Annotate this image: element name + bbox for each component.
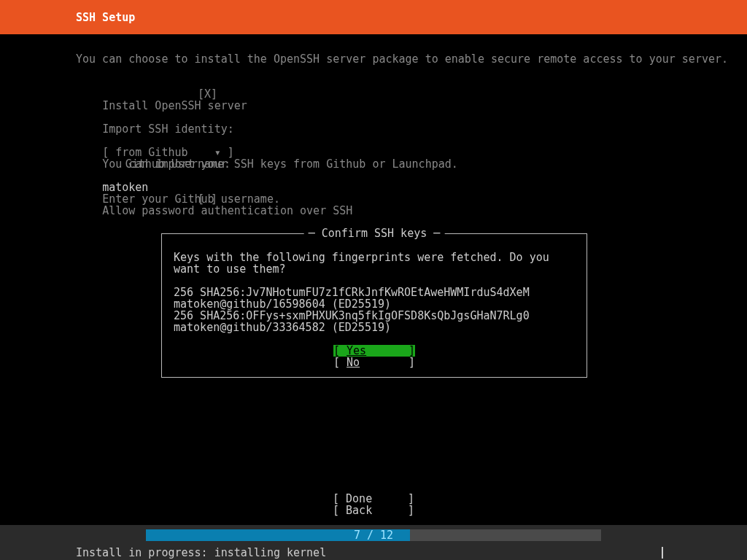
cursor-icon bbox=[659, 547, 665, 559]
done-button[interactable]: [ Done ] bbox=[333, 493, 414, 505]
confirm-ssh-keys-dialog: ─ Confirm SSH keys ─ Keys with the follo… bbox=[161, 233, 587, 378]
allow-password-label: Allow password authentication over SSH bbox=[102, 205, 352, 217]
install-openssh-label: Install OpenSSH server bbox=[102, 100, 247, 112]
page-title: SSH Setup bbox=[76, 12, 135, 23]
import-identity-label: Import SSH identity: bbox=[102, 123, 231, 135]
fingerprint-line: matoken@github/16598604 (ED25519) bbox=[174, 298, 575, 310]
fingerprint-line: 256 SHA256:Jv7NHotumFU7z1fCRkJnfKwROEtAw… bbox=[174, 287, 575, 298]
github-username-label: Github Username: bbox=[102, 158, 231, 170]
back-button[interactable]: [ Back ] bbox=[333, 505, 414, 516]
dialog-message: Keys with the following fingerprints wer… bbox=[174, 252, 575, 275]
installer-body: You can choose to install the OpenSSH se… bbox=[0, 34, 747, 525]
progress-text: 7 / 12 bbox=[146, 529, 601, 541]
bottom-nav: [ Done ] [ Back ] bbox=[0, 493, 747, 516]
yes-button[interactable]: [ Yes ] bbox=[333, 345, 415, 357]
import-identity-select[interactable]: [ from Github ▾ ] bbox=[102, 147, 234, 158]
fingerprint-line: 256 SHA256:OFFys+sxmPHXUK3nq5fkIgOFSD8Ks… bbox=[174, 310, 575, 322]
installer-header: SSH Setup bbox=[0, 0, 747, 34]
dialog-title: ─ Confirm SSH keys ─ bbox=[304, 228, 445, 239]
intro-text: You can choose to install the OpenSSH se… bbox=[76, 53, 747, 65]
fingerprint-line: matoken@github/33364582 (ED25519) bbox=[174, 322, 575, 333]
status-text: Install in progress: installing kernel bbox=[76, 546, 326, 559]
progress-bar: 7 / 12 bbox=[146, 529, 601, 541]
allow-password-checkbox[interactable]: [ ] bbox=[102, 193, 231, 205]
no-button[interactable]: [ No ] bbox=[333, 357, 415, 368]
installer-footer: 7 / 12 Install in progress: installing k… bbox=[0, 525, 747, 560]
install-openssh-checkbox[interactable]: [X] bbox=[102, 88, 231, 100]
